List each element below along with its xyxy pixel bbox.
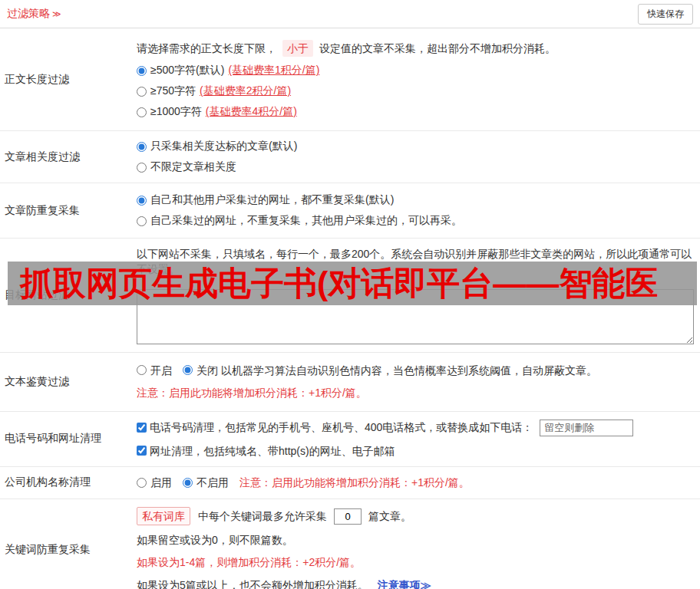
dedup-global-radio[interactable] [137,196,147,206]
top-bar: 过滤策略≫ 快速保存 [0,0,700,28]
row-body-length-filter: 正文长度过滤 请选择需求的正文长度下限， 小于 设定值的文章不采集，超出部分不增… [0,28,700,131]
watermark-text: 抓取网页生成电子书(对话即平台——智能医 [8,262,658,305]
dedup-self-radio[interactable] [137,216,147,226]
keyword-line4: 如果设为5篇或以上，也不会额外增加积分消耗。 [137,577,368,589]
length-750-option[interactable]: ≥750字符 (基础费率2积分/篇) [137,84,694,98]
less-than-highlight: 小于 [282,40,313,57]
chevron-double-icon: ≫ [52,9,61,18]
phone-cleanup-checkbox[interactable] [137,423,147,433]
porn-desc: 以机器学习算法自动识别色情内容，当色情概率达到系统阈值，自动屏蔽文章。 [221,363,597,378]
relevance-any-radio[interactable] [137,163,147,173]
replacement-phone-input[interactable] [540,420,633,436]
intro-before: 请选择需求的正文长度下限， [137,41,276,56]
length-750-radio[interactable] [137,87,147,97]
length-1000-radio[interactable] [137,107,147,117]
porn-on-option[interactable]: 开启 [137,363,172,378]
length-750-fee: (基础费率2积分/篇) [200,84,291,98]
length-1000-text: ≥1000字符 [150,105,202,119]
watermark-banner: 抓取网页生成电子书(对话即平台——智能医 [8,262,697,305]
length-500-text: ≥500字符(默认) [150,64,224,77]
phone-cleanup-text: 电话号码清理，包括常见的手机号、座机号、400电话格式，或替换成如下电话： [150,420,533,435]
company-off-option[interactable]: 不启用 [183,475,229,490]
porn-off-radio[interactable] [183,365,193,375]
relevance-any-option[interactable]: 不限定文章相关度 [137,160,694,174]
row-phone-url-cleanup: 电话号码和网址清理 电话号码清理，包括常见的手机号、座机号、400电话格式，或替… [0,412,700,467]
keyword-label: 关键词防重复采集 [0,499,137,589]
relevance-strict-text: 只采集相关度达标的文章(默认) [150,140,297,153]
private-lexicon-link[interactable]: 私有词库 [137,507,190,525]
relevance-label: 文章相关度过滤 [0,131,137,183]
relevance-any-text: 不限定文章相关度 [150,160,236,174]
company-note: 注意：启用此功能将增加积分消耗：+1积分/篇。 [239,475,470,490]
relevance-strict-radio[interactable] [137,142,147,152]
keyword-line1-end: 篇文章。 [368,508,411,524]
dedup-self-text: 自己采集过的网址，不重复采集，其他用户采集过的，可以再采。 [150,214,462,228]
body-length-intro: 请选择需求的正文长度下限， 小于 设定值的文章不采集，超出部分不增加积分消耗。 [137,40,694,57]
filter-strategy-title-text: 过滤策略 [7,7,50,19]
dedup-label: 文章防重复采集 [0,183,137,238]
porn-off-option[interactable]: 关闭 [183,363,218,378]
length-500-fee: (基础费率1积分/篇) [228,64,319,77]
body-length-label: 正文长度过滤 [0,28,137,130]
dedup-self-option[interactable]: 自己采集过的网址，不重复采集，其他用户采集过的，可以再采。 [137,214,694,228]
porn-filter-label: 文本鉴黄过滤 [0,353,137,411]
keyword-count-input[interactable] [334,508,362,525]
row-dedup-filter: 文章防重复采集 自己和其他用户采集过的网址，都不重复采集(默认) 自己采集过的网… [0,183,700,239]
notes-link[interactable]: 注意事项≫ [378,577,431,589]
porn-off-text: 关闭 [196,363,218,378]
porn-on-text: 开启 [150,363,172,378]
quick-save-button[interactable]: 快速保存 [638,4,693,25]
length-500-option[interactable]: ≥500字符(默认) (基础费率1积分/篇) [137,64,694,77]
filter-strategy-title[interactable]: 过滤策略≫ [7,7,61,21]
length-1000-fee: (基础费率4积分/篇) [206,105,297,119]
length-1000-option[interactable]: ≥1000字符 (基础费率4积分/篇) [137,105,694,119]
keyword-line2: 如果留空或设为0，则不限篇数。 [137,532,694,548]
company-label: 公司机构名称清理 [0,467,137,499]
row-company-cleanup: 公司机构名称清理 启用 不启用 注意：启用此功能将增加积分消耗：+1积分/篇。 [0,467,700,499]
company-off-radio[interactable] [183,478,193,488]
company-on-text: 启用 [150,475,172,490]
porn-on-radio[interactable] [137,365,147,375]
keyword-line1-mid: 中每个关键词最多允许采集 [198,508,327,524]
company-off-text: 不启用 [196,475,229,490]
url-cleanup-checkbox[interactable] [137,446,147,456]
length-500-radio[interactable] [137,66,147,76]
intro-after: 设定值的文章不采集，超出部分不增加积分消耗。 [319,41,556,56]
row-keyword-dedup: 关键词防重复采集 私有词库 中每个关键词最多允许采集 篇文章。 如果留空或设为0… [0,499,700,589]
length-750-text: ≥750字符 [150,84,196,98]
keyword-line3: 如果设为1-4篇，则增加积分消耗：+2积分/篇。 [137,554,694,570]
dedup-global-text: 自己和其他用户采集过的网址，都不重复采集(默认) [150,193,394,207]
row-relevance-filter: 文章相关度过滤 只采集相关度达标的文章(默认) 不限定文章相关度 [0,131,700,183]
dedup-global-option[interactable]: 自己和其他用户采集过的网址，都不重复采集(默认) [137,193,694,207]
url-cleanup-text: 网址清理，包括纯域名、带http(s)的网址、电子邮箱 [150,443,395,459]
company-on-option[interactable]: 启用 [137,475,172,490]
relevance-strict-option[interactable]: 只采集相关度达标的文章(默认) [137,140,694,153]
phone-url-label: 电话号码和网址清理 [0,412,137,466]
row-porn-filter: 文本鉴黄过滤 开启 关闭 以机器学习算法自动识别色情内容，当色情概率达到系统阈值… [0,353,700,412]
company-on-radio[interactable] [137,478,147,488]
porn-note: 注意：启用此功能将增加积分消耗：+1积分/篇。 [137,385,694,400]
